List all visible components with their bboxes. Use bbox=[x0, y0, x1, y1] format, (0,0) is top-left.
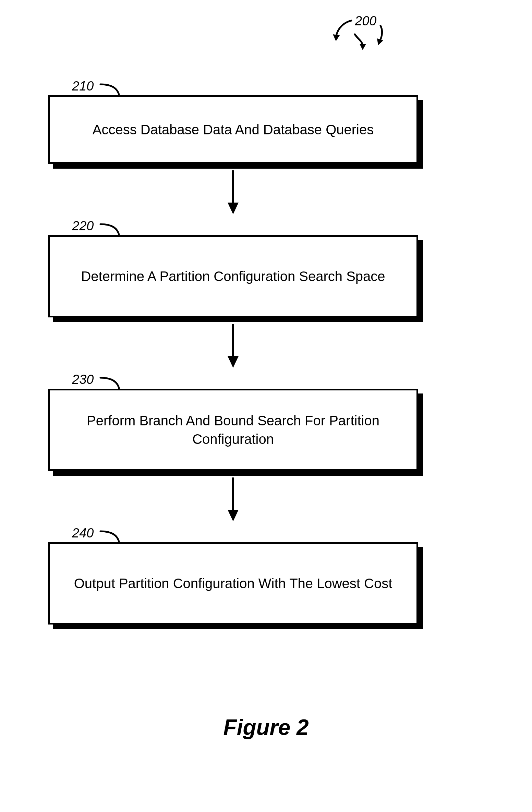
svg-marker-1 bbox=[360, 44, 366, 50]
step-220-ref: 220 bbox=[72, 219, 94, 233]
svg-marker-8 bbox=[228, 510, 239, 521]
flowchart-column: 210 Access Database Data And Database Qu… bbox=[48, 79, 418, 625]
step-240-label: 240 bbox=[72, 526, 418, 542]
step-240-ref: 240 bbox=[72, 526, 94, 541]
step-220-box: Determine A Partition Configuration Sear… bbox=[48, 235, 418, 317]
figure-caption: Figure 2 bbox=[0, 715, 532, 740]
process-box: Perform Branch And Bound Search For Part… bbox=[48, 389, 418, 471]
arrow-210-to-220 bbox=[48, 164, 418, 219]
process-box: Determine A Partition Configuration Sear… bbox=[48, 235, 418, 317]
svg-marker-0 bbox=[333, 34, 340, 41]
arrow-230-to-240 bbox=[48, 471, 418, 526]
flowchart-figure: 200 210 Access Database Data And Databas… bbox=[0, 0, 532, 812]
step-230-text: Perform Branch And Bound Search For Part… bbox=[70, 411, 396, 448]
svg-marker-6 bbox=[228, 356, 239, 368]
step-230-ref: 230 bbox=[72, 372, 94, 387]
step-240-text: Output Partition Configuration With The … bbox=[74, 574, 392, 593]
figure-ref-arrows-icon bbox=[326, 14, 394, 51]
down-arrow-icon bbox=[226, 319, 240, 371]
svg-marker-2 bbox=[377, 38, 383, 45]
step-240-box: Output Partition Configuration With The … bbox=[48, 542, 418, 625]
step-210-box: Access Database Data And Database Querie… bbox=[48, 95, 418, 164]
step-210-text: Access Database Data And Database Querie… bbox=[93, 120, 374, 139]
step-220-label: 220 bbox=[72, 219, 418, 234]
figure-reference-200: 200 bbox=[326, 14, 394, 51]
down-arrow-icon bbox=[226, 473, 240, 524]
process-box: Output Partition Configuration With The … bbox=[48, 542, 418, 625]
svg-marker-4 bbox=[228, 203, 239, 214]
step-210-label: 210 bbox=[72, 79, 418, 95]
step-210-ref: 210 bbox=[72, 79, 94, 94]
step-230-box: Perform Branch And Bound Search For Part… bbox=[48, 389, 418, 471]
down-arrow-icon bbox=[226, 166, 240, 217]
arrow-220-to-230 bbox=[48, 317, 418, 372]
step-230-label: 230 bbox=[72, 372, 418, 388]
process-box: Access Database Data And Database Querie… bbox=[48, 95, 418, 164]
step-220-text: Determine A Partition Configuration Sear… bbox=[81, 267, 385, 286]
